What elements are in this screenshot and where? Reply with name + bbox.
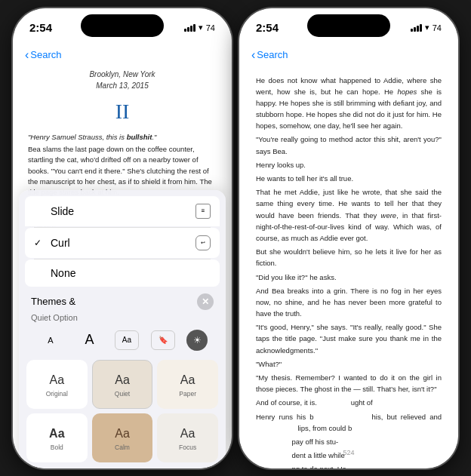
signal-bar-2 xyxy=(187,27,189,32)
status-icons-right: ▾ 74 xyxy=(411,23,442,32)
signal-bar-r2 xyxy=(414,27,416,32)
para-10: "What?" xyxy=(256,358,442,370)
para-16: ng to do next. He xyxy=(256,463,442,468)
nav-bar-right: ‹ Search xyxy=(239,41,458,69)
para-14: pay off his stu- xyxy=(256,436,442,447)
para-2: "You're really going to method actor thi… xyxy=(256,134,442,156)
quiet-label: Quiet xyxy=(115,390,130,398)
themes-title: Themes & xyxy=(31,296,75,307)
signal-bar-r1 xyxy=(411,29,413,32)
para-3: Henry looks up. xyxy=(256,159,442,170)
left-phone: 2:54 ▾ 74 ‹ S xyxy=(13,8,232,468)
back-label-right: Search xyxy=(257,49,288,60)
battery-left: 74 xyxy=(206,23,215,32)
para-5: That he met Addie, just like he wrote, t… xyxy=(256,186,442,244)
slide-label: Slide xyxy=(51,205,74,217)
theme-quiet[interactable]: Aa Quiet xyxy=(92,360,153,409)
para-9: "It's good, Henry," she says. "It's real… xyxy=(256,321,442,356)
time-left: 2:54 xyxy=(29,21,52,34)
right-phone: 2:54 ▾ 74 ‹ S xyxy=(239,8,458,468)
signal-bar-4 xyxy=(193,24,195,32)
font-toolbar: A A Aa 🔖 ☀ xyxy=(19,325,226,355)
calm-label: Calm xyxy=(115,444,130,451)
slide-option[interactable]: Slide ≡ xyxy=(25,196,220,226)
para-13: Henry runs his b his, but relieved and l… xyxy=(256,411,442,434)
back-label-left: Search xyxy=(30,49,61,60)
nav-bar-left: ‹ Search xyxy=(13,41,232,69)
slide-menu: Slide ≡ ✓ Curl ↩ xyxy=(19,190,226,468)
wifi-icon-left: ▾ xyxy=(199,23,203,32)
overlay-menu: Slide ≡ ✓ Curl ↩ xyxy=(13,190,232,468)
back-button-left[interactable]: ‹ Search xyxy=(25,48,62,62)
font-style-button[interactable]: Aa xyxy=(115,330,139,350)
phones-container: 2:54 ▾ 74 ‹ S xyxy=(13,8,458,468)
signal-bar-r3 xyxy=(417,26,419,32)
back-chevron-right: ‹ xyxy=(251,48,255,62)
para-7: "Did you like it?" he asks. xyxy=(256,272,442,283)
back-button-right[interactable]: ‹ Search xyxy=(251,48,288,62)
animation-options: Slide ≡ ✓ Curl ↩ xyxy=(19,196,226,287)
chapter-numeral: II xyxy=(28,95,217,127)
slide-icon: ≡ xyxy=(195,204,211,219)
signal-bars-right xyxy=(411,24,422,32)
time-right: 2:54 xyxy=(256,21,279,34)
theme-focus[interactable]: Aa Focus xyxy=(157,413,218,462)
signal-bar-r4 xyxy=(420,24,422,32)
bold-label: Bold xyxy=(51,444,63,451)
brightness-button[interactable]: ☀ xyxy=(186,330,208,351)
curl-label: Curl xyxy=(51,237,70,249)
bold-aa: Aa xyxy=(49,427,64,441)
para-1: He does not know what happened to Addie,… xyxy=(256,75,442,132)
paper-label: Paper xyxy=(179,390,196,398)
bookmark-button[interactable]: 🔖 xyxy=(151,330,175,350)
theme-original[interactable]: Aa Original xyxy=(26,360,88,409)
quiet-aa: Aa xyxy=(115,373,130,387)
none-label: None xyxy=(51,267,75,279)
none-option[interactable]: None xyxy=(25,259,220,287)
eye-icon-symbol: ☀ xyxy=(193,335,202,345)
focus-label: Focus xyxy=(179,444,196,451)
bookmark-icon: 🔖 xyxy=(159,336,168,344)
page-number: 524 xyxy=(239,449,458,456)
battery-right: 74 xyxy=(433,23,442,32)
wifi-icon-right: ▾ xyxy=(425,23,429,32)
font-style-icon: Aa xyxy=(122,336,131,344)
para-12: And of course, it is. ught of xyxy=(256,397,442,408)
paper-aa: Aa xyxy=(180,373,195,387)
curl-option[interactable]: ✓ Curl ↩ xyxy=(25,228,220,258)
themes-header: Themes & ✕ xyxy=(19,287,226,313)
focus-aa: Aa xyxy=(180,427,195,441)
theme-calm[interactable]: Aa Calm xyxy=(92,413,153,462)
book-content-right: He does not know what happened to Addie,… xyxy=(239,69,458,468)
book-location: Brooklyn, New York March 13, 2015 xyxy=(28,69,217,92)
close-button[interactable]: ✕ xyxy=(197,293,214,310)
small-font-button[interactable]: A xyxy=(37,330,64,351)
back-chevron-left: ‹ xyxy=(25,48,29,62)
original-label: Original xyxy=(46,390,68,398)
dynamic-island-right xyxy=(307,14,390,37)
curl-icon: ↩ xyxy=(195,235,211,250)
para-6: But she wouldn't believe him, so he lets… xyxy=(256,246,442,269)
dynamic-island xyxy=(81,14,164,37)
para-8: And Bea breaks into a grin. There is no … xyxy=(256,285,442,320)
original-aa: Aa xyxy=(50,373,65,387)
theme-paper[interactable]: Aa Paper xyxy=(157,360,218,409)
signal-bars-left xyxy=(184,24,195,32)
calm-aa: Aa xyxy=(115,427,130,441)
quiet-option-label: Quiet Option xyxy=(19,313,226,325)
large-font-button[interactable]: A xyxy=(75,330,103,351)
status-icons-left: ▾ 74 xyxy=(184,23,215,32)
theme-bold[interactable]: Aa Bold xyxy=(26,413,88,462)
signal-bar-1 xyxy=(184,29,186,32)
curl-checkmark: ✓ xyxy=(34,238,45,248)
theme-grid: Aa Original Aa Quiet Aa Paper Aa xyxy=(19,355,226,468)
para-4: He wants to tell her it's all true. xyxy=(256,173,442,184)
signal-bar-3 xyxy=(190,26,192,32)
para-11: "My thesis. Remember? I wanted to do it … xyxy=(256,372,442,395)
